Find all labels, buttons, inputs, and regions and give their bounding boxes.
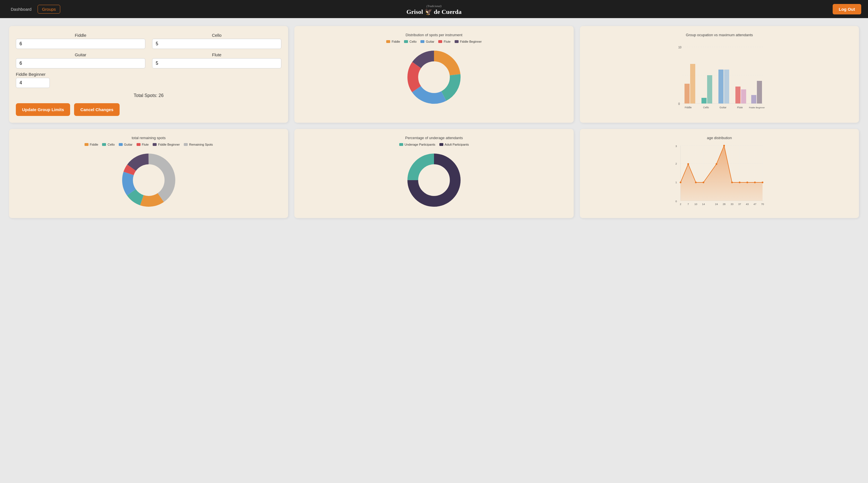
fiddle-beginner-input[interactable] — [16, 78, 50, 88]
x-43: 43 — [746, 203, 749, 206]
remaining-spots-card: total remaining spots Fiddle Cello Guita… — [9, 129, 288, 218]
flute-legend-dot — [438, 40, 442, 43]
pt-43 — [746, 182, 748, 183]
x-10: 10 — [694, 203, 697, 206]
logout-button[interactable]: Log Out — [833, 4, 861, 14]
pt-24 — [716, 163, 717, 165]
legend-guitar: Guitar — [421, 40, 434, 43]
pt-37 — [739, 182, 741, 183]
fiddle-max-bar — [690, 64, 695, 103]
flute-x-label: Flute — [737, 106, 743, 109]
underage-card: Percentage of underage attendants Undera… — [294, 129, 574, 218]
total-spots: Total Spots: 26 — [16, 93, 281, 98]
x-14: 14 — [702, 203, 705, 206]
underage-legend: Underage Participants Adult Participants — [301, 143, 567, 146]
guitar-item: Guitar — [16, 52, 145, 68]
pt-2 — [680, 182, 681, 183]
flute-input[interactable] — [152, 58, 282, 68]
pt-47 — [754, 182, 756, 183]
legend-fiddle-beginner: Fiddle Beginner — [455, 40, 482, 43]
distribution-spots-legend: Fiddle Cello Guitar Flute Fiddle Beginne… — [301, 40, 567, 43]
pt-70 — [762, 182, 764, 183]
x-24: 24 — [715, 203, 718, 206]
cello-input[interactable] — [152, 39, 282, 49]
pt-14 — [703, 182, 704, 183]
pt-7 — [687, 163, 689, 165]
donut1-center — [421, 64, 447, 91]
cello-max-bar — [707, 75, 712, 103]
fiddle-label: Fiddle — [16, 33, 145, 38]
action-buttons: Update Group Limits Cancel Changes — [16, 103, 281, 116]
x-2: 2 — [680, 203, 681, 206]
fiddle-beginner-item: Fiddle Beginner — [16, 72, 281, 88]
legend2-fiddle-beginner: Fiddle Beginner — [153, 143, 180, 146]
legend-cello: Cello — [404, 40, 416, 43]
group-occupation-title: Group ocupation vs maximum attendants — [587, 33, 852, 37]
age-distribution-card: age distribution 0 1 2 3 — [580, 129, 859, 218]
logo-text: (Tradicional) Grisol 🦅 de Cuerda — [406, 3, 461, 15]
legend2-cello: Cello — [102, 143, 115, 146]
remaining-spots-title: total remaining spots — [16, 136, 281, 140]
fb-x-label: Fiddle Beginner — [749, 106, 765, 109]
cello-legend-dot — [404, 40, 408, 43]
update-group-limits-button[interactable]: Update Group Limits — [16, 103, 70, 116]
distribution-spots-title: Distribution of spots per instrument — [301, 33, 567, 37]
x-37: 37 — [738, 203, 741, 206]
x-7: 7 — [688, 203, 689, 206]
age-distribution-chart: 0 1 2 3 — [587, 143, 852, 208]
legend3-adult: Adult Participants — [439, 143, 469, 146]
flute-item: Flute — [152, 52, 282, 68]
fb-occ-bar — [751, 95, 756, 103]
fb-max-bar — [757, 81, 762, 103]
fiddle-beginner-legend-label: Fiddle Beginner — [460, 40, 482, 43]
cello-item: Cello — [152, 33, 282, 49]
nav-groups[interactable]: Groups — [38, 5, 60, 13]
donut3-center — [421, 167, 447, 194]
instrument-grid: Fiddle Cello Guitar Flute — [16, 33, 281, 68]
l2-fb-dot — [153, 143, 157, 146]
cello-legend-label: Cello — [409, 40, 416, 43]
guitar-legend-label: Guitar — [426, 40, 434, 43]
flute-occ-bar — [735, 87, 741, 103]
logo-sub: (Tradicional) — [426, 4, 441, 8]
pt-10 — [695, 182, 697, 183]
line1-svg: 0 1 2 3 — [673, 143, 766, 208]
fiddle-input[interactable] — [16, 39, 145, 49]
pt-28 — [723, 145, 725, 147]
underage-chart — [301, 149, 567, 211]
group-occupation-card: Group ocupation vs maximum attendants 0 … — [580, 26, 859, 123]
cello-occ-bar — [702, 98, 707, 103]
legend2-remaining: Remaining Spots — [184, 143, 213, 146]
x-28: 28 — [723, 203, 725, 206]
group-occupation-chart: 0 10 Fiddle Cello — [587, 40, 852, 113]
guitar-max-bar — [724, 69, 729, 103]
legend-flute: Flute — [438, 40, 451, 43]
donut2-center — [135, 167, 162, 194]
fiddle-x-label: Fiddle — [685, 106, 692, 109]
main-header: Dashboard Groups (Tradicional) Grisol 🦅 … — [0, 0, 868, 18]
distribution-spots-card: Distribution of spots per instrument Fid… — [294, 26, 574, 123]
y3: 3 — [676, 145, 677, 148]
l3-underage-dot — [399, 143, 403, 146]
nav-dashboard[interactable]: Dashboard — [7, 5, 35, 13]
bar1-svg: 0 10 Fiddle Cello — [673, 40, 766, 113]
cancel-changes-button[interactable]: Cancel Changes — [74, 103, 120, 116]
nav-links: Dashboard Groups — [7, 5, 60, 13]
guitar-input[interactable] — [16, 58, 145, 68]
guitar-x-label: Guitar — [719, 106, 726, 109]
logo: (Tradicional) Grisol 🦅 de Cuerda — [406, 3, 461, 15]
x-70: 70 — [761, 203, 764, 206]
legend2-flute: Flute — [136, 143, 149, 146]
fiddle-beginner-label: Fiddle Beginner — [16, 72, 45, 77]
y-axis-10: 10 — [678, 46, 682, 49]
fiddle-legend-label: Fiddle — [392, 40, 400, 43]
x-33: 33 — [731, 203, 734, 206]
flute-legend-label: Flute — [444, 40, 451, 43]
cello-x-label: Cello — [703, 106, 709, 109]
area-fill — [681, 146, 763, 201]
legend2-guitar: Guitar — [119, 143, 133, 146]
group-limits-card: Fiddle Cello Guitar Flute Fiddle Beginne… — [9, 26, 288, 123]
remaining-spots-chart — [16, 149, 281, 211]
l2-flute-dot — [136, 143, 141, 146]
guitar-legend-dot — [421, 40, 424, 43]
